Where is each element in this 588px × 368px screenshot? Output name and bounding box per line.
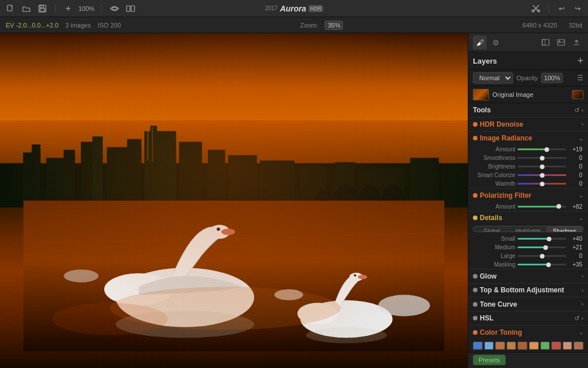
top-bottom-dot bbox=[473, 288, 477, 292]
separator-3 bbox=[548, 4, 549, 13]
large-label: Large bbox=[474, 253, 515, 259]
layer-item[interactable]: Original Image bbox=[468, 87, 588, 103]
svg-rect-3 bbox=[40, 9, 45, 11]
svg-rect-5 bbox=[127, 6, 130, 11]
polarizing-value: +82 bbox=[569, 203, 582, 210]
tab-shadows[interactable]: Shadows bbox=[546, 226, 583, 232]
settings-icon[interactable]: ⚙ bbox=[489, 36, 503, 49]
view-icon[interactable] bbox=[109, 3, 120, 14]
warmth-track[interactable] bbox=[518, 183, 566, 185]
image-radiance-dot bbox=[473, 136, 477, 140]
presets-bar: Presets bbox=[468, 352, 588, 368]
swatch-10[interactable] bbox=[574, 342, 583, 350]
tools-title: Tools bbox=[473, 106, 574, 114]
color-toning-section[interactable]: Color Toning ⌄ bbox=[468, 326, 588, 339]
new-file-icon[interactable] bbox=[5, 3, 16, 14]
slider-row-amount: Amount +19 bbox=[468, 145, 588, 154]
brightness-thumb bbox=[540, 165, 544, 169]
hsl-section[interactable]: HSL ↺ › bbox=[468, 311, 588, 325]
photo-background bbox=[0, 33, 468, 368]
tone-curve-section[interactable]: Tone Curve › bbox=[468, 297, 588, 311]
brightness-track[interactable] bbox=[518, 166, 566, 167]
presets-button[interactable]: Presets bbox=[473, 355, 506, 365]
svg-rect-6 bbox=[131, 6, 135, 11]
large-thumb bbox=[540, 254, 544, 259]
compare-icon[interactable] bbox=[125, 3, 136, 14]
bit-depth-info: 32bit bbox=[569, 22, 582, 29]
warmth-label: Warmth bbox=[474, 181, 515, 187]
hdr-denoise-section[interactable]: HDR Denoise › bbox=[468, 118, 588, 131]
open-file-icon[interactable] bbox=[21, 3, 32, 14]
color-toning-chevron: ⌄ bbox=[579, 329, 583, 335]
image-radiance-section[interactable]: Image Radiance ⌄ bbox=[468, 131, 588, 145]
tab-global[interactable]: Global bbox=[473, 226, 510, 232]
save-icon[interactable] bbox=[37, 3, 48, 14]
hdr-denoise-title: HDR Denoise bbox=[480, 120, 582, 128]
separator-1 bbox=[55, 4, 56, 13]
polarizing-track[interactable] bbox=[518, 206, 566, 208]
blend-menu-icon[interactable]: ☰ bbox=[577, 74, 583, 82]
add-icon[interactable]: + bbox=[62, 3, 74, 14]
tone-curve-chevron: › bbox=[582, 301, 583, 307]
slider-row-medium: Medium +21 bbox=[468, 243, 588, 252]
swatch-1[interactable] bbox=[473, 342, 483, 350]
smoothness-track[interactable] bbox=[518, 157, 566, 159]
redo-icon[interactable]: ↪ bbox=[572, 3, 583, 14]
slider-row-warmth: Warmth 0 bbox=[468, 179, 588, 188]
swatch-8[interactable] bbox=[551, 342, 561, 350]
details-sliders: Small +40 Medium +21 Large bbox=[468, 234, 588, 269]
canvas-area[interactable] bbox=[0, 33, 468, 368]
medium-track[interactable] bbox=[518, 246, 566, 248]
toolbar-right: ↩ ↪ bbox=[530, 3, 583, 14]
swatch-9[interactable] bbox=[563, 342, 573, 350]
smart-colorize-track[interactable] bbox=[518, 174, 566, 176]
swatch-3[interactable] bbox=[495, 342, 505, 350]
brightness-value: 0 bbox=[569, 163, 582, 170]
svg-rect-63 bbox=[542, 40, 545, 45]
undo-icon[interactable]: ↩ bbox=[556, 3, 567, 14]
opacity-input[interactable] bbox=[541, 73, 563, 83]
slider-row-masking: Masking +35 bbox=[468, 260, 588, 269]
swatch-5[interactable] bbox=[518, 342, 527, 350]
swatch-7[interactable] bbox=[540, 342, 550, 350]
scissors-icon[interactable] bbox=[530, 3, 542, 14]
layer-mask-thumbnail bbox=[572, 90, 583, 99]
details-section[interactable]: Details ⌄ bbox=[468, 211, 588, 225]
masking-track[interactable] bbox=[518, 264, 566, 265]
large-track[interactable] bbox=[518, 255, 566, 257]
tools-refresh-icon[interactable]: ↺ bbox=[574, 107, 579, 114]
hsl-refresh-icon[interactable]: ↺ bbox=[574, 315, 579, 322]
swatch-4[interactable] bbox=[507, 342, 516, 350]
top-bottom-section[interactable]: Top & Bottom Adjustment › bbox=[468, 283, 588, 297]
medium-fill bbox=[518, 246, 546, 248]
tab-highlights[interactable]: Highlights bbox=[510, 226, 547, 232]
blend-mode-select[interactable]: Normal bbox=[473, 72, 513, 84]
add-layer-button[interactable]: + bbox=[577, 56, 583, 66]
small-track[interactable] bbox=[518, 238, 566, 240]
photo-icon[interactable] bbox=[554, 36, 568, 49]
medium-value: +21 bbox=[569, 244, 582, 250]
details-chevron: ⌄ bbox=[579, 215, 583, 221]
polarizing-fill bbox=[518, 206, 559, 208]
image-radiance-title: Image Radiance bbox=[480, 134, 579, 142]
hsl-dot bbox=[473, 316, 477, 320]
main-area: 🖌 ⚙ Layers + Normal bbox=[0, 33, 588, 368]
layer-name: Original Image bbox=[492, 91, 569, 98]
tone-curve-dot bbox=[473, 302, 477, 307]
window-icon[interactable] bbox=[539, 36, 553, 49]
slider-row-smart-colorize: Smart Colorize 0 bbox=[468, 171, 588, 179]
amount-track[interactable] bbox=[518, 148, 566, 150]
polarizing-thumb bbox=[557, 204, 561, 209]
right-panel: 🖌 ⚙ Layers + Normal bbox=[468, 33, 588, 368]
glow-section[interactable]: Glow › bbox=[468, 269, 588, 283]
details-tabs: Global Highlights Shadows bbox=[473, 226, 583, 232]
export-icon[interactable] bbox=[570, 36, 583, 49]
tools-section-header[interactable]: Tools ↺ › bbox=[468, 103, 588, 117]
amount-fill bbox=[518, 148, 547, 150]
zoom-dropdown[interactable]: 35% bbox=[325, 21, 343, 30]
brush-tool-icon[interactable]: 🖌 bbox=[473, 36, 487, 49]
app-year: 2017 bbox=[265, 5, 278, 11]
swatch-2[interactable] bbox=[484, 342, 494, 350]
swatch-6[interactable] bbox=[529, 342, 539, 350]
polarizing-filter-section[interactable]: Polarizing Filter ⌄ bbox=[468, 189, 588, 202]
